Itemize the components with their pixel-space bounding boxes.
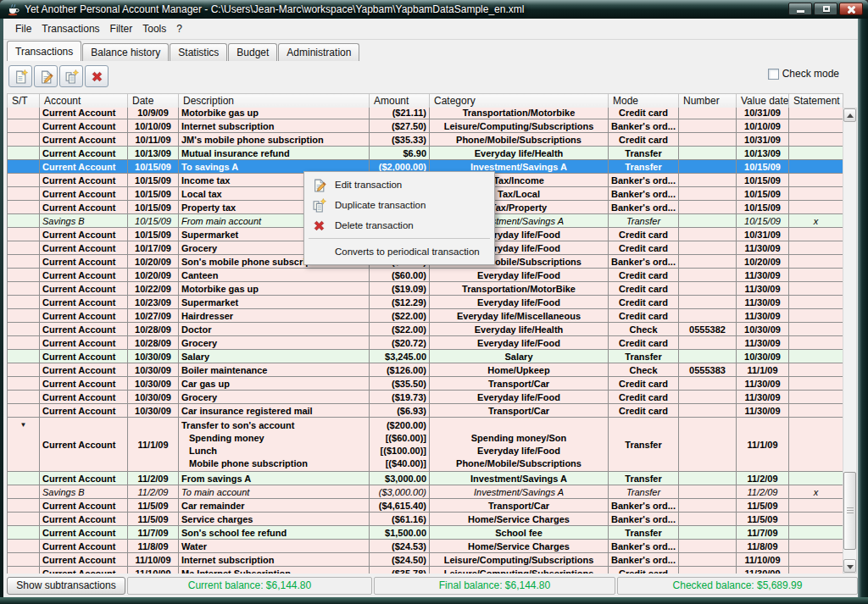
delete-transaction-button[interactable] — [85, 65, 108, 87]
final-balance: Final balance: $6,144.80 — [374, 577, 615, 595]
column-header-value_date[interactable]: Value date — [737, 94, 789, 108]
column-header-st[interactable]: S/T — [8, 94, 40, 108]
close-button[interactable] — [839, 3, 863, 15]
tab-strip: TransactionsBalance historyStatisticsBud… — [3, 40, 858, 61]
column-header-account[interactable]: Account — [40, 94, 128, 108]
delete-icon — [312, 219, 326, 233]
scroll-down-button[interactable] — [843, 559, 856, 573]
maximize-button[interactable] — [814, 3, 837, 15]
status-bar: Show subtransactions Current balance: $6… — [3, 575, 858, 597]
tab-transactions[interactable]: Transactions — [7, 41, 81, 61]
table-row[interactable]: Current Account10/30/09Car gas up($35.50… — [8, 377, 843, 391]
table-row[interactable]: Current Account10/10/09Internet subscrip… — [8, 119, 843, 133]
table-row[interactable]: Current Account11/7/09Son's school fee r… — [8, 526, 843, 540]
window-title: Yet Another Personal Account Manager - C… — [25, 3, 524, 15]
table-row[interactable]: Current Account10/11/09JM's mobile phone… — [8, 133, 843, 147]
tab-statistics[interactable]: Statistics — [170, 43, 227, 61]
table-row[interactable]: Current Account10/22/09Motorbike gas up(… — [8, 282, 843, 296]
check-mode: Check mode — [768, 68, 839, 80]
context-menu-item-delete-transaction[interactable]: Delete transaction — [305, 215, 493, 236]
column-header-statement[interactable]: Statement — [789, 94, 843, 108]
duplicate-icon — [312, 198, 326, 213]
duplicate-transaction-button[interactable] — [59, 65, 83, 87]
window-frame-right — [858, 19, 868, 604]
table-row[interactable]: Current Account11/5/09Car remainder($4,6… — [8, 499, 843, 513]
scrollbar-thumb[interactable] — [843, 472, 856, 550]
minimize-icon — [797, 10, 804, 13]
column-header-amount[interactable]: Amount — [370, 94, 430, 108]
menu-filter[interactable]: Filter — [105, 20, 138, 37]
context-menu-label: Converts to periodical transaction — [335, 247, 480, 257]
menu-bar: FileTransactionsFilterTools? — [3, 19, 858, 40]
app-window: Yet Another Personal Account Manager - C… — [0, 0, 868, 604]
table-row[interactable]: Current Account11/10/09Ma Internet Subsc… — [8, 567, 843, 574]
menu-help[interactable]: ? — [171, 20, 187, 37]
column-header-number[interactable]: Number — [679, 94, 737, 108]
table-row[interactable]: Current Account11/8/09Water($24.53)Home/… — [8, 540, 843, 553]
column-header-description[interactable]: Description — [179, 94, 370, 108]
context-menu: Edit transactionDuplicate transactionDel… — [303, 171, 495, 265]
duplicate-icon — [64, 69, 79, 84]
table-row[interactable]: Current Account11/10/09Internet subscrip… — [8, 553, 843, 567]
arrow-down-icon — [847, 565, 854, 569]
tab-budget[interactable]: Budget — [228, 43, 277, 61]
table-row[interactable]: Current Account10/13/09Mutual insurance … — [8, 147, 843, 160]
toolbar: Check mode — [3, 61, 858, 91]
thumb-grip-icon — [847, 507, 854, 515]
current-balance: Current balance: $6,144.80 — [127, 577, 372, 595]
menu-separator — [309, 238, 490, 239]
table-row[interactable]: Current Account10/28/09Grocery($20.72)Ev… — [8, 336, 843, 350]
column-header-mode[interactable]: Mode — [609, 94, 679, 108]
table-header: S/TAccountDateDescriptionAmountCategoryM… — [7, 93, 843, 108]
delete-icon — [90, 69, 104, 84]
context-menu-item-duplicate-transaction[interactable]: Duplicate transaction — [305, 195, 493, 215]
no-icon — [312, 245, 326, 259]
menu-file[interactable]: File — [10, 20, 36, 37]
context-menu-label: Edit transaction — [335, 180, 402, 190]
table-row[interactable]: Current Account11/5/09Service charges($6… — [8, 513, 843, 526]
table-row[interactable]: Current Account10/9/09Motorbike gas up($… — [8, 108, 843, 119]
table-row[interactable]: ▼Current Account11/1/09Transfer to son's… — [8, 418, 843, 472]
table-row[interactable]: Current Account10/30/09Boiler maintenanc… — [8, 363, 843, 377]
context-menu-label: Duplicate transaction — [335, 200, 426, 210]
collapse-subtransactions-icon[interactable]: ▼ — [20, 421, 27, 429]
edit-icon — [39, 69, 53, 84]
new-icon — [14, 69, 28, 84]
vertical-scrollbar[interactable] — [843, 108, 857, 574]
checked-balance: Checked balance: $5,689.99 — [617, 577, 858, 595]
new-transaction-button[interactable] — [8, 65, 32, 87]
tab-administration[interactable]: Administration — [278, 43, 359, 61]
context-menu-item-converts-to[interactable]: Converts to periodical transaction — [305, 241, 493, 262]
arrow-up-icon — [847, 114, 854, 118]
maximize-icon — [823, 6, 830, 12]
table-row[interactable]: Current Account10/20/09Canteen($60.00)Ev… — [8, 269, 843, 282]
window-frame-bottom — [0, 597, 868, 604]
table-row[interactable]: Current Account10/30/09Grocery($19.73)Ev… — [8, 391, 843, 404]
scroll-up-button[interactable] — [843, 108, 856, 122]
toolbar-buttons — [8, 65, 110, 87]
table-row[interactable]: Savings B11/2/09To main account($3,000.0… — [8, 485, 843, 499]
tab-balance-history[interactable]: Balance history — [82, 43, 169, 61]
column-header-date[interactable]: Date — [128, 94, 179, 108]
table-row[interactable]: Current Account10/23/09Supermarket($12.2… — [8, 296, 843, 309]
table-row[interactable]: Current Account10/30/09Salary$3,245.00Sa… — [8, 350, 843, 363]
context-menu-label: Delete transaction — [335, 220, 414, 230]
show-subtransactions-button[interactable]: Show subtransactions — [7, 577, 125, 595]
check-mode-label: Check mode — [782, 68, 839, 80]
edit-icon — [312, 178, 326, 192]
table-row[interactable]: Current Account10/28/09Doctor($22.00)Eve… — [8, 323, 843, 336]
minimize-button[interactable] — [788, 3, 812, 15]
check-mode-checkbox[interactable] — [768, 69, 779, 80]
edit-transaction-button[interactable] — [34, 65, 58, 87]
context-menu-item-edit-transaction[interactable]: Edit transaction — [305, 175, 493, 195]
table-row[interactable]: Current Account10/30/09Car insurance reg… — [8, 404, 843, 418]
menu-tools[interactable]: Tools — [137, 20, 171, 37]
column-header-category[interactable]: Category — [430, 94, 609, 108]
title-bar[interactable]: Yet Another Personal Account Manager - C… — [0, 0, 868, 19]
table-row[interactable]: Current Account11/2/09From savings A$3,0… — [8, 472, 843, 485]
menu-transactions[interactable]: Transactions — [36, 20, 104, 37]
window-content: FileTransactionsFilterTools? Transaction… — [3, 19, 858, 597]
java-app-icon — [6, 3, 19, 16]
table-row[interactable]: Current Account10/27/09Hairdresser($22.0… — [8, 309, 843, 323]
